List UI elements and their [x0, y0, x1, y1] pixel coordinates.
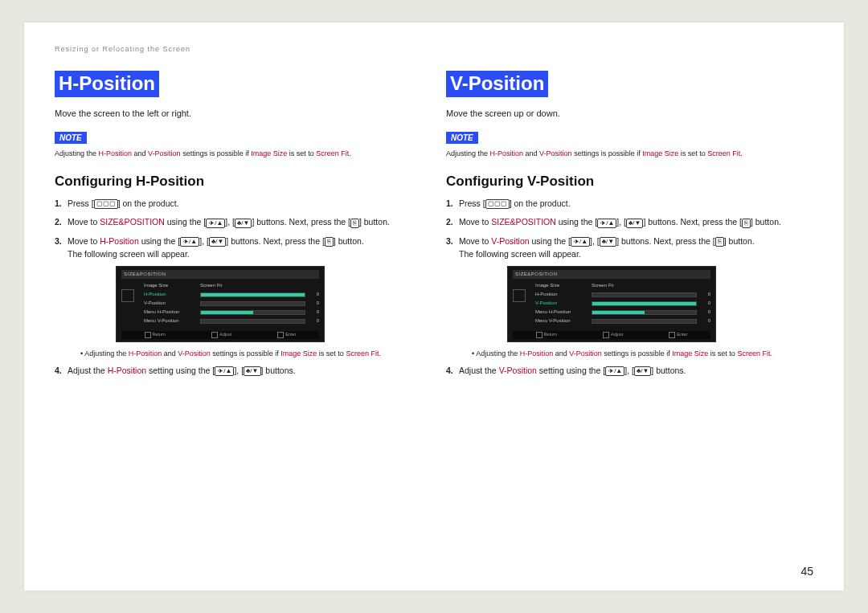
up-icon: 🕩/▲	[206, 219, 225, 228]
manual-page: Resizing or Relocating the Screen H-Posi…	[24, 22, 844, 591]
osd-title: SIZE&POSITION	[513, 270, 710, 279]
bullet-note: Adjusting the H-Position and V-Position …	[80, 349, 422, 359]
two-columns: H-Position Move the screen to the left o…	[55, 71, 813, 384]
osd-screenshot-h: SIZE&POSITION Image SizeScreen Fit H-Pos…	[116, 266, 325, 342]
osd-row-v-position: V-Position0	[513, 300, 710, 308]
enter-icon: ⎘	[715, 237, 724, 247]
osd-title: SIZE&POSITION	[121, 270, 319, 279]
osd-row-h-position: H-Position0	[121, 291, 319, 299]
up-icon: 🕩/▲	[605, 366, 624, 376]
bullet-note: Adjusting the H-Position and V-Position …	[472, 349, 813, 359]
v-position-steps: Press [▢▢▢] on the product. Move to SIZE…	[446, 198, 813, 378]
osd-row-image-size: Image SizeScreen Fit	[121, 282, 319, 290]
breadcrumb: Resizing or Relocating the Screen	[55, 45, 813, 53]
down-icon: ♣/▼	[634, 366, 651, 376]
configuring-h-position-heading: Configuring H-Position	[55, 174, 422, 190]
osd-row-menu-h: Menu H-Position0	[121, 309, 319, 317]
configuring-v-position-heading: Configuring V-Position	[446, 174, 813, 190]
osd-screenshot-v: SIZE&POSITION Image SizeScreen Fit H-Pos…	[507, 266, 716, 342]
osd-row-menu-h: Menu H-Position0	[513, 309, 710, 317]
note-badge: NOTE	[446, 132, 478, 144]
down-icon: ♣/▼	[600, 237, 616, 247]
osd-footer: ReturnAdjustEnter	[513, 331, 710, 339]
note-badge: NOTE	[55, 132, 87, 144]
note-text: Adjusting the H-Position and V-Position …	[446, 149, 813, 159]
step-1: Press [▢▢▢] on the product.	[55, 198, 422, 210]
up-icon: 🕩/▲	[215, 366, 234, 376]
osd-category-icon	[121, 289, 134, 302]
osd-row-menu-v: Menu V-Position0	[513, 317, 710, 325]
down-icon: ♣/▼	[626, 219, 643, 228]
osd-row-image-size: Image SizeScreen Fit	[513, 282, 710, 290]
step-3: Move to H-Position using the [🕩/▲], [♣/▼…	[55, 235, 422, 358]
column-right: V-Position Move the screen up or down. N…	[446, 71, 813, 384]
up-icon: 🕩/▲	[571, 237, 590, 247]
step-1: Press [▢▢▢] on the product.	[446, 198, 813, 210]
step-4: Adjust the V-Position setting using the …	[446, 365, 813, 378]
up-icon: 🕩/▲	[597, 219, 616, 228]
step-2: Move to SIZE&POSITION using the [🕩/▲], […	[55, 216, 422, 229]
up-icon: 🕩/▲	[180, 237, 199, 247]
osd-category-icon	[513, 289, 526, 302]
osd-row-h-position: H-Position0	[513, 291, 710, 299]
h-position-desc: Move the screen to the left or right.	[55, 108, 422, 118]
osd-footer: ReturnAdjustEnter	[121, 331, 319, 339]
down-icon: ♣/▼	[209, 237, 226, 247]
h-position-heading: H-Position	[55, 71, 159, 97]
enter-icon: ⎘	[350, 219, 359, 228]
v-position-desc: Move the screen up or down.	[446, 108, 813, 118]
column-left: H-Position Move the screen to the left o…	[55, 71, 422, 384]
step-4: Adjust the H-Position setting using the …	[55, 365, 422, 378]
enter-icon: ⎘	[325, 237, 334, 247]
enter-icon: ⎘	[742, 219, 751, 228]
v-position-heading: V-Position	[446, 71, 548, 97]
step-2: Move to SIZE&POSITION using the [🕩/▲], […	[446, 216, 813, 229]
page-number: 45	[800, 565, 813, 578]
menu-icon: ▢▢▢	[94, 199, 118, 209]
step-3: Move to V-Position using the [🕩/▲], [♣/▼…	[446, 235, 813, 358]
note-text: Adjusting the H-Position and V-Position …	[55, 149, 422, 159]
menu-icon: ▢▢▢	[485, 199, 510, 209]
down-icon: ♣/▼	[235, 219, 252, 228]
h-position-steps: Press [▢▢▢] on the product. Move to SIZE…	[55, 198, 422, 378]
down-icon: ♣/▼	[244, 366, 260, 376]
osd-row-v-position: V-Position0	[121, 300, 319, 308]
osd-row-menu-v: Menu V-Position0	[121, 317, 319, 325]
